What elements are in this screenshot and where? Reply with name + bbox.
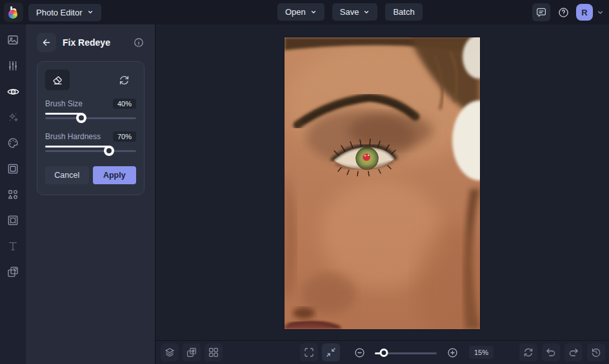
palette-icon bbox=[6, 137, 19, 149]
zoom-slider-handle[interactable] bbox=[380, 349, 388, 357]
rainbow-wheel-icon bbox=[8, 10, 17, 19]
info-icon bbox=[133, 37, 145, 48]
main-area: Fix Redeye bbox=[0, 24, 609, 364]
fit-screen-icon bbox=[325, 347, 337, 358]
photo-woman-face-redeye[interactable] bbox=[285, 37, 480, 329]
sidebar-item-effects[interactable] bbox=[3, 108, 23, 126]
brush-size-row: Brush Size 40% bbox=[45, 99, 136, 109]
history-icon bbox=[590, 347, 602, 358]
chat-button[interactable] bbox=[532, 3, 550, 21]
sidebar-item-overlays[interactable] bbox=[3, 211, 23, 229]
slider-fill bbox=[45, 146, 109, 148]
sidebar-item-edit[interactable] bbox=[3, 31, 23, 49]
bottombar-left bbox=[161, 343, 223, 361]
bottombar-right bbox=[519, 343, 605, 361]
brush-hardness-value: 70% bbox=[113, 131, 136, 142]
sidebar-item-frames[interactable] bbox=[3, 160, 23, 178]
textures-icon bbox=[6, 265, 19, 278]
brush-size-label: Brush Size bbox=[45, 99, 83, 108]
zoom-slider[interactable] bbox=[375, 347, 437, 358]
sparkles-icon bbox=[6, 111, 19, 124]
reset-icon bbox=[523, 347, 534, 358]
befunky-logo-icon[interactable]: b bbox=[4, 3, 23, 22]
chevron-down-icon bbox=[597, 9, 604, 16]
zoom-out-icon bbox=[354, 347, 366, 359]
fit-screen-button[interactable] bbox=[322, 343, 340, 361]
zoom-level-badge[interactable]: 15% bbox=[469, 346, 494, 359]
help-button[interactable] bbox=[554, 3, 572, 21]
brush-hardness-label: Brush Hardness bbox=[45, 132, 101, 141]
sidebar-item-text[interactable] bbox=[3, 237, 23, 255]
chevron-down-icon bbox=[363, 9, 370, 15]
zoom-out-button[interactable] bbox=[350, 343, 368, 361]
redeye-tool-card: Brush Size 40% Brush Hardness 70% bbox=[37, 61, 145, 195]
sidebar-item-adjust[interactable] bbox=[3, 57, 23, 75]
panel-title: Fix Redeye bbox=[63, 37, 126, 48]
tool-rail bbox=[0, 24, 26, 364]
text-icon bbox=[6, 240, 19, 253]
batch-button[interactable]: Batch bbox=[385, 3, 422, 21]
panel-buttons: Cancel Apply bbox=[45, 166, 136, 184]
shapes-icon bbox=[6, 188, 19, 201]
info-button[interactable] bbox=[133, 37, 145, 48]
sidebar-item-textures[interactable] bbox=[3, 263, 23, 281]
cancel-button[interactable]: Cancel bbox=[45, 166, 89, 184]
undo-button[interactable] bbox=[542, 343, 560, 361]
brush-hardness-slider-handle[interactable] bbox=[104, 146, 114, 156]
canvas[interactable] bbox=[155, 24, 609, 340]
zoom-in-button[interactable] bbox=[443, 343, 461, 361]
reset-brush-button[interactable] bbox=[112, 70, 136, 90]
history-button[interactable] bbox=[587, 343, 605, 361]
fix-redeye-panel: Fix Redeye bbox=[26, 24, 155, 364]
save-button[interactable]: Save bbox=[332, 3, 378, 21]
photo-editor-menu-button[interactable]: Photo Editor bbox=[28, 4, 101, 21]
sidebar-item-graphics[interactable] bbox=[3, 186, 23, 204]
redo-button[interactable] bbox=[564, 343, 583, 361]
chat-icon bbox=[535, 6, 547, 18]
reset-all-button[interactable] bbox=[519, 343, 537, 361]
chevron-down-icon bbox=[87, 9, 94, 15]
redo-icon bbox=[568, 347, 579, 358]
avatar[interactable]: R bbox=[576, 4, 593, 21]
bottombar-center: 15% bbox=[300, 343, 494, 361]
account-chevron[interactable] bbox=[597, 9, 604, 16]
grid-icon bbox=[208, 347, 219, 358]
left-column: Fix Redeye bbox=[0, 24, 155, 364]
photo-editor-app: b Photo Editor Open Save Batch bbox=[0, 0, 609, 364]
brush-hardness-slider[interactable] bbox=[45, 146, 136, 156]
chevron-down-icon bbox=[310, 9, 317, 15]
open-label: Open bbox=[285, 7, 306, 17]
slider-track bbox=[45, 150, 136, 152]
resize-button[interactable] bbox=[183, 343, 201, 361]
apply-button[interactable]: Apply bbox=[93, 166, 137, 184]
eraser-button[interactable] bbox=[45, 70, 70, 90]
back-arrow-icon bbox=[41, 37, 52, 48]
reset-icon bbox=[118, 74, 130, 86]
brush-size-slider-handle[interactable] bbox=[76, 113, 86, 123]
eye-icon bbox=[6, 85, 20, 99]
help-icon bbox=[557, 6, 570, 19]
fullscreen-icon bbox=[303, 347, 315, 358]
ornate-frame-icon bbox=[6, 214, 19, 227]
save-label: Save bbox=[340, 7, 359, 17]
panel-header: Fix Redeye bbox=[26, 24, 155, 57]
brush-size-slider[interactable] bbox=[45, 113, 136, 123]
avatar-initial: R bbox=[581, 8, 587, 17]
topbar-actions: Open Save Batch bbox=[277, 3, 423, 21]
eraser-icon bbox=[52, 74, 64, 86]
fullscreen-button[interactable] bbox=[300, 343, 318, 361]
slider-fill bbox=[45, 113, 81, 115]
open-button[interactable]: Open bbox=[277, 3, 324, 21]
frame-icon bbox=[6, 162, 19, 175]
brush-hardness-row: Brush Hardness 70% bbox=[45, 131, 136, 142]
tool-row bbox=[45, 70, 136, 90]
layers-button[interactable] bbox=[161, 343, 179, 361]
right-column: 15% bbox=[155, 24, 609, 364]
back-button[interactable] bbox=[37, 33, 56, 52]
sidebar-item-artsy[interactable] bbox=[3, 134, 23, 152]
sidebar-item-touchup[interactable] bbox=[3, 82, 23, 101]
topbar-right: R bbox=[532, 3, 604, 21]
grid-button[interactable] bbox=[205, 343, 223, 361]
photo-editor-menu-label: Photo Editor bbox=[36, 8, 83, 17]
topbar: b Photo Editor Open Save Batch bbox=[0, 0, 609, 24]
